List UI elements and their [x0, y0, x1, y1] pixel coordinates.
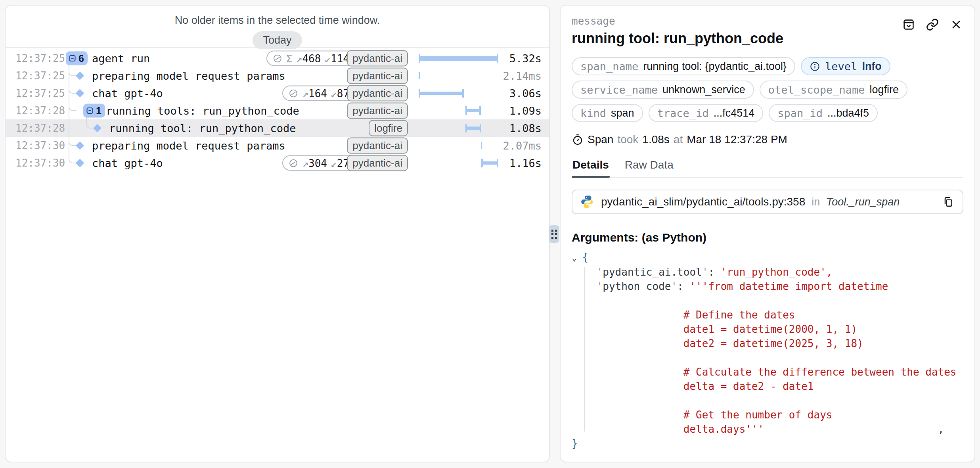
attribute-key: service_name — [580, 84, 658, 96]
span-name: agent run — [92, 52, 150, 65]
row-duration: 1.16s — [509, 157, 542, 169]
trace-row[interactable]: 12:37:281running tools: run_python_codep… — [6, 102, 549, 119]
code-location-bar[interactable]: pydantic_ai_slim/pydantic_ai/tools.py:35… — [572, 190, 963, 214]
trace-rows: 12:37:256agent runΣ↗468↙114pydantic-ai5.… — [6, 48, 549, 172]
token-icon — [288, 158, 299, 168]
link-icon[interactable] — [925, 17, 940, 32]
trace-row[interactable]: 12:37:256agent runΣ↗468↙114pydantic-ai5.… — [6, 50, 549, 67]
attribute-chip: span_id...bda4f5 — [769, 104, 878, 122]
row-timestamp: 12:37:30 — [15, 157, 65, 169]
duration-bar — [417, 102, 500, 119]
token-usage-chip[interactable]: Σ↗468↙114 — [266, 51, 355, 66]
row-timestamp: 12:37:28 — [15, 105, 65, 117]
duration-bar — [417, 119, 500, 137]
attribute-chip: service_nameunknown_service — [572, 81, 754, 99]
duration-bar — [417, 84, 500, 102]
row-timestamp: 12:37:25 — [15, 87, 65, 99]
row-duration: 5.32s — [509, 52, 542, 65]
arrow-up-right-icon: ↗ — [296, 52, 302, 64]
attribute-chip: otel_scope_namelogfire — [760, 81, 907, 99]
scope-badge[interactable]: pydantic-ai — [347, 138, 408, 154]
arrow-down-left-icon: ↙ — [324, 52, 331, 64]
tree-elbow — [69, 136, 77, 146]
row-timestamp: 12:37:30 — [15, 140, 65, 152]
attribute-key: span_id — [777, 107, 823, 119]
panel-resize-handle[interactable] — [549, 225, 559, 243]
tree-elbow — [69, 66, 77, 76]
scope-badge[interactable]: logfire — [369, 120, 408, 136]
grip-dots-icon — [551, 230, 557, 239]
arguments-code-block[interactable]: ⌄ { 'pydantic_ai.tool': 'run_python_code… — [572, 250, 963, 451]
span-detail-panel: message running tool: run_python_code — [560, 5, 975, 462]
span-diamond-icon — [93, 124, 101, 132]
token-icon — [272, 53, 283, 63]
tab-raw-data[interactable]: Raw Data — [625, 159, 674, 177]
attribute-value: unknown_service — [662, 84, 745, 96]
python-icon — [580, 195, 595, 209]
attribute-key: level — [825, 60, 857, 73]
duration-bar — [417, 154, 500, 172]
arrow-down-left-icon: ↙ — [331, 87, 337, 99]
copy-icon[interactable] — [942, 196, 955, 208]
span-name: preparing model request params — [92, 140, 285, 152]
level-chip[interactable]: levelInfo — [801, 57, 890, 75]
attribute-chip: kindspan — [572, 104, 643, 122]
span-diamond-icon — [76, 89, 84, 97]
empty-notice: No older items in the selected time wind… — [6, 14, 549, 27]
row-duration: 3.06s — [509, 87, 542, 100]
attribute-key: otel_scope_name — [768, 84, 865, 96]
trace-row[interactable]: 12:37:28running tool: run_python_codelog… — [6, 119, 549, 137]
source-path: pydantic_ai_slim/pydantic_ai/tools.py:35… — [601, 196, 805, 208]
row-duration: 1.09s — [509, 105, 542, 117]
token-usage-chip[interactable]: ↗304↙27 — [282, 155, 355, 171]
archive-icon[interactable] — [902, 17, 916, 32]
trace-row[interactable]: 12:37:25chat gpt-4o↗164↙87pydantic-ai3.0… — [6, 84, 549, 102]
sigma-icon: Σ — [286, 52, 293, 64]
row-duration: 2.14ms — [503, 70, 542, 82]
span-name: chat gpt-4o — [92, 157, 163, 169]
trace-list-panel: No older items in the selected time wind… — [5, 5, 550, 462]
tree-elbow — [69, 153, 77, 163]
trace-list-header: No older items in the selected time wind… — [6, 6, 549, 48]
today-button[interactable]: Today — [253, 31, 302, 49]
span-diamond-icon — [76, 159, 84, 167]
row-duration: 2.07ms — [503, 140, 542, 152]
python-arguments: ⌄ { 'pydantic_ai.tool': 'run_python_code… — [572, 250, 963, 451]
close-icon[interactable] — [949, 17, 963, 32]
indent-guide — [584, 267, 585, 432]
span-name: preparing model request params — [92, 70, 285, 82]
stopwatch-icon — [572, 134, 584, 146]
tree-elbow — [69, 101, 77, 111]
attribute-value: running tool: {pydantic_ai.tool} — [643, 60, 787, 73]
expander-pill[interactable]: 6 — [66, 52, 88, 65]
attribute-key: kind — [580, 107, 606, 119]
trace-row[interactable]: 12:37:25preparing model request paramspy… — [6, 67, 549, 84]
span-name: chat gpt-4o — [92, 87, 163, 100]
scope-badge[interactable]: pydantic-ai — [347, 50, 408, 67]
duration-bar — [417, 137, 500, 154]
scope-badge[interactable]: pydantic-ai — [347, 155, 408, 171]
tree-elbow — [86, 119, 94, 129]
trace-row[interactable]: 12:37:30preparing model request paramspy… — [6, 137, 549, 154]
row-duration: 1.08s — [509, 122, 542, 134]
span-name: running tool: run_python_code — [109, 122, 296, 134]
tree-line — [69, 119, 69, 137]
attribute-value: logfire — [870, 84, 899, 96]
attribute-chip: span_namerunning tool: {pydantic_ai.tool… — [572, 57, 795, 75]
span-diamond-icon — [76, 71, 84, 80]
span-name: running tools: run_python_code — [106, 105, 299, 117]
token-usage-chip[interactable]: ↗164↙87 — [282, 86, 355, 101]
tree-elbow — [69, 84, 77, 94]
scope-badge[interactable]: pydantic-ai — [347, 68, 408, 84]
trace-row[interactable]: 12:37:30chat gpt-4o↗304↙27pydantic-ai1.1… — [6, 154, 549, 172]
attribute-value: ...bda4f5 — [827, 107, 869, 119]
scope-badge[interactable]: pydantic-ai — [347, 85, 408, 102]
attribute-value: ...fc4514 — [714, 107, 755, 119]
token-icon — [288, 88, 299, 98]
span-kicker: message — [572, 15, 783, 27]
span-timing: Span took 1.08s at Mar 18 12:37:28 PM — [572, 133, 963, 146]
expander-pill[interactable]: 1 — [83, 104, 105, 118]
collapse-icon — [68, 54, 77, 63]
tab-details[interactable]: Details — [572, 159, 609, 177]
scope-badge[interactable]: pydantic-ai — [347, 103, 408, 119]
